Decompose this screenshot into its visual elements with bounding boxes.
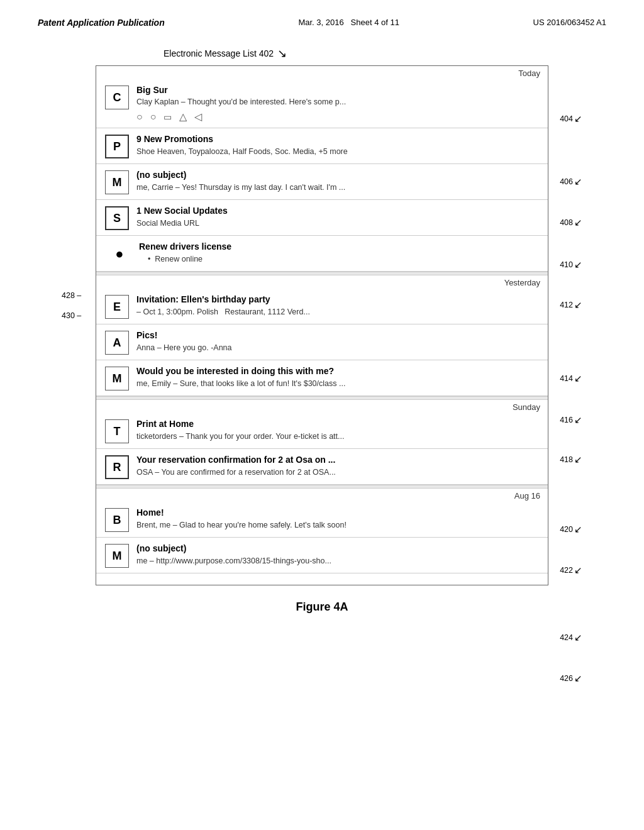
curved-arrow-410: ↙ (574, 259, 582, 270)
email-row-422[interactable]: R Your reservation confirmation for 2 at… (96, 449, 548, 485)
curved-arrow-406: ↙ (574, 176, 582, 187)
avatar-426: M (105, 544, 129, 568)
email-content-408: (no subject) me, Carrie – Yes! Thursday … (136, 169, 541, 192)
email-row-418[interactable]: M Would you be interested in doing this … (96, 360, 548, 396)
avatar-418: M (105, 367, 129, 390)
curved-arrow-424: ↙ (574, 632, 582, 643)
avatar-404: C (105, 86, 129, 109)
main-content: Electronic Message List 402 ↘ Today C Bi… (0, 34, 644, 633)
curved-arrow-422: ↙ (574, 565, 582, 576)
ref-424: 424 ↙ (560, 632, 582, 643)
avatar-414: E (105, 295, 129, 319)
curved-arrow-404: ↙ (574, 113, 582, 124)
email-content-416: Pics! Anna – Here you go. -Anna (136, 329, 541, 352)
email-content-410: 1 New Social Updates Social Media URL (136, 205, 541, 228)
left-ref-430: 430 – (62, 311, 81, 320)
circle-icon: ○ (136, 111, 143, 123)
ref-418: 418 ↙ (560, 454, 582, 465)
bottom-padding (96, 573, 548, 585)
curved-arrow-420: ↙ (574, 524, 582, 535)
email-row-410[interactable]: S 1 New Social Updates Social Media URL (96, 200, 548, 236)
email-preview-414: – Oct 1, 3:00pm. Polish Restaurant, 1112… (136, 307, 541, 317)
circle-icon-2: ○ (150, 111, 157, 123)
ref-422: 422 ↙ (560, 565, 582, 576)
email-subject-416: Pics! (136, 329, 541, 341)
swipe-icons-404: ○ ○ ▭ △ ◁ (136, 111, 541, 123)
email-subject-418: Would you be interested in doing this wi… (136, 365, 541, 377)
curved-arrow-426: ↙ (574, 673, 582, 684)
email-content-414: Invitation: Ellen's birthday party – Oct… (136, 294, 541, 316)
email-content-422: Your reservation confirmation for 2 at O… (136, 454, 541, 477)
email-row-406[interactable]: P 9 New Promotions Shoe Heaven, Toypaloo… (96, 128, 548, 164)
email-subject-426: (no subject) (136, 543, 541, 554)
avatar-412: ● (108, 242, 131, 266)
patent-header: Patent Application Publication Mar. 3, 2… (0, 0, 644, 34)
avatar-416: A (105, 331, 129, 355)
list-label-arrow: ↘ (277, 47, 287, 60)
curved-arrow-414: ↙ (574, 373, 582, 384)
email-content-404: Big Sur Clay Kaplan – Thought you'd be i… (136, 84, 541, 123)
email-subject-404: Big Sur (136, 84, 541, 96)
email-list-container: Today C Big Sur Clay Kaplan – Thought yo… (96, 65, 548, 585)
avatar-408: M (105, 170, 129, 194)
curved-arrow-408: ↙ (574, 217, 582, 228)
left-ref-428: 428 – (62, 291, 81, 300)
curved-arrow-418: ↙ (574, 454, 582, 465)
email-content-412: Renew drivers license • Renew online (139, 241, 541, 263)
email-preview-416: Anna – Here you go. -Anna (136, 343, 541, 353)
ref-416: 416 ↙ (560, 414, 582, 426)
email-row-416[interactable]: A Pics! Anna – Here you go. -Anna (96, 324, 548, 360)
section-today-label: Today (96, 66, 548, 79)
email-subject-420: Print at Home (136, 418, 541, 429)
email-subject-410: 1 New Social Updates (136, 205, 541, 216)
square-icon: ▭ (164, 112, 172, 122)
avatar-406: P (105, 135, 129, 158)
email-preview-418: me, Emily – Sure, that looks like a lot … (136, 379, 541, 389)
ref-404: 404 ↙ (560, 113, 582, 124)
email-subject-406: 9 New Promotions (136, 133, 541, 145)
email-content-426: (no subject) me – http://www.purpose.com… (136, 543, 541, 565)
list-label-area: Electronic Message List 402 ↘ (63, 40, 631, 60)
ref-426: 426 ↙ (560, 673, 582, 684)
patent-date: Mar. 3, 2016 Sheet 4 of 11 (298, 18, 399, 27)
arrow-icon: ◁ (194, 111, 202, 123)
ref-406: 406 ↙ (560, 176, 582, 187)
email-row-424[interactable]: B Home! Brent, me – Glad to hear you're … (96, 502, 548, 538)
email-subject-414: Invitation: Ellen's birthday party (136, 294, 541, 305)
avatar-424: B (105, 508, 129, 532)
patent-title: Patent Application Publication (38, 18, 165, 28)
email-preview-404: Clay Kaplan – Thought you'd be intereste… (136, 97, 541, 107)
section-aug16-label: Aug 16 (96, 489, 548, 502)
email-preview-410: Social Media URL (136, 218, 541, 228)
patent-number: US 2016/063452 A1 (533, 18, 606, 27)
email-list-wrapper: Today C Big Sur Clay Kaplan – Thought yo… (96, 65, 548, 585)
section-yesterday-label: Yesterday (96, 275, 548, 289)
email-row-420[interactable]: T Print at Home ticketorders – Thank you… (96, 413, 548, 449)
email-preview-406: Shoe Heaven, Toypalooza, Half Foods, Soc… (136, 147, 541, 157)
email-content-406: 9 New Promotions Shoe Heaven, Toypalooza… (136, 133, 541, 156)
ref-412: 412 ↙ (560, 299, 582, 311)
email-preview-426: me – http://www.purpose.com/3308/15-thin… (136, 556, 541, 566)
email-row-408[interactable]: M (no subject) me, Carrie – Yes! Thursda… (96, 164, 548, 200)
email-subject-422: Your reservation confirmation for 2 at O… (136, 454, 541, 465)
section-sunday-label: Sunday (96, 400, 548, 413)
triangle-icon: △ (179, 111, 187, 123)
email-row-414[interactable]: E Invitation: Ellen's birthday party – O… (96, 289, 548, 324)
email-content-424: Home! Brent, me – Glad to hear you're ho… (136, 507, 541, 529)
email-subject-424: Home! (136, 507, 541, 518)
curved-arrow-412: ↙ (574, 299, 582, 311)
email-subject-408: (no subject) (136, 169, 541, 180)
email-preview-412: • Renew online (148, 254, 541, 264)
figure-label: Figure 4A (296, 600, 348, 614)
avatar-420: T (105, 419, 129, 443)
ref-420: 420 ↙ (560, 524, 582, 535)
email-preview-408: me, Carrie – Yes! Thursday is my last da… (136, 182, 541, 192)
email-content-418: Would you be interested in doing this wi… (136, 365, 541, 388)
email-row-404[interactable]: C Big Sur Clay Kaplan – Thought you'd be… (96, 79, 548, 128)
curved-arrow-416: ↙ (574, 414, 582, 426)
email-preview-422: OSA – You are confirmed for a reservatio… (136, 467, 541, 477)
email-row-412[interactable]: ● Renew drivers license • Renew online (96, 236, 548, 272)
email-preview-420: ticketorders – Thank you for your order.… (136, 431, 541, 441)
avatar-410: S (105, 206, 129, 230)
email-row-426[interactable]: M (no subject) me – http://www.purpose.c… (96, 538, 548, 573)
